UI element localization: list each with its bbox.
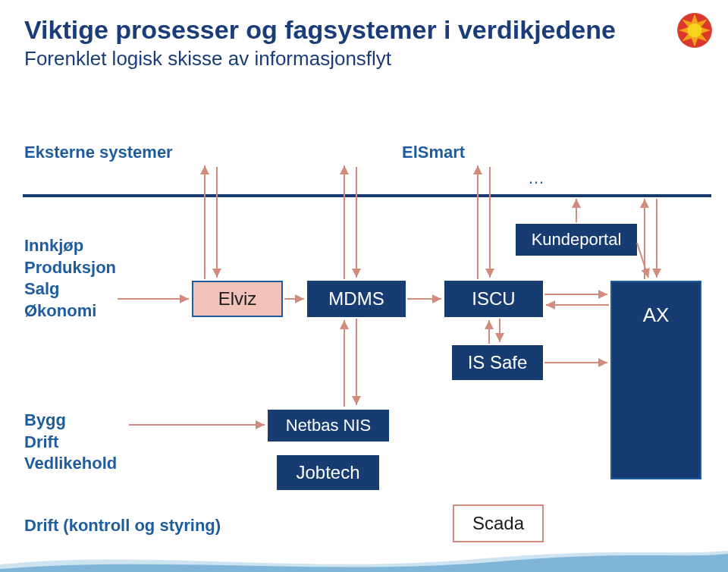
ax-box-label: AX — [643, 303, 670, 327]
left-group-1: Innkjøp Produksjon Salg Økonomi — [24, 235, 116, 322]
slide-title: Viktige prosesser og fagsystemer i verdi… — [24, 15, 616, 45]
left-group-2: Bygg Drift Vedlikehold — [24, 410, 117, 475]
left-group-1-line: Salg — [24, 278, 116, 300]
left-group-2-line: Bygg — [24, 410, 117, 432]
external-systems-label: Eksterne systemer — [24, 143, 173, 162]
left-group-1-line: Produksjon — [24, 257, 116, 279]
slide-subtitle: Forenklet logisk skisse av informasjonsf… — [24, 47, 391, 71]
svg-line-16 — [637, 243, 648, 278]
scada-box: Scada — [453, 504, 544, 542]
kundeportal-box: Kundeportal — [516, 224, 637, 256]
jobtech-box: Jobtech — [277, 455, 379, 490]
elviz-box: Elviz — [192, 281, 283, 317]
elsmart-label: ElSmart — [402, 143, 465, 162]
left-group-1-line: Økonomi — [24, 300, 116, 322]
mdms-box: MDMS — [307, 281, 406, 317]
company-logo — [675, 11, 714, 50]
horizontal-divider — [23, 194, 711, 197]
left-group-3: Drift (kontroll og styring) — [24, 516, 221, 536]
left-group-1-line: Innkjøp — [24, 235, 116, 257]
svg-point-1 — [688, 24, 702, 38]
ellipsis-label: … — [528, 168, 544, 188]
iscu-box: ISCU — [444, 281, 543, 317]
left-group-2-line: Drift — [24, 432, 117, 454]
is-safe-box: IS Safe — [452, 345, 543, 380]
netbas-box: Netbas NIS — [268, 410, 389, 442]
footer-wave — [0, 546, 728, 572]
left-group-2-line: Vedlikehold — [24, 453, 117, 475]
ax-box: AX — [610, 281, 701, 479]
